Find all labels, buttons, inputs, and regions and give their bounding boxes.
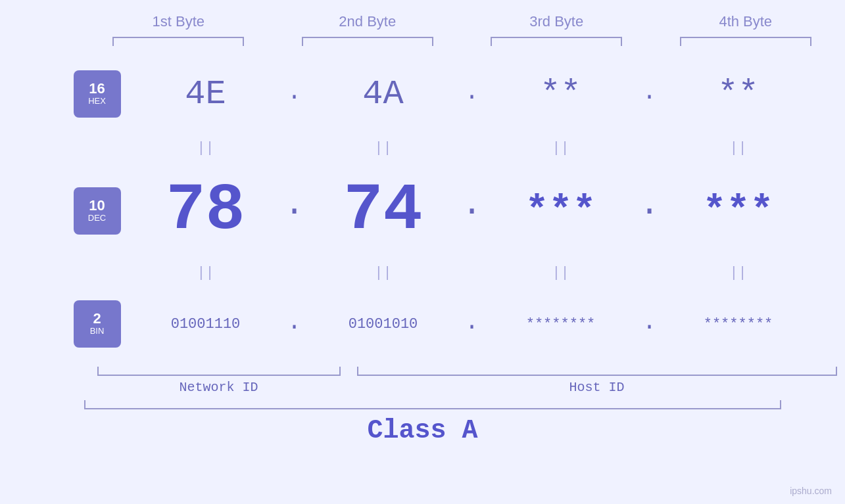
host-id-section: Host ID bbox=[350, 367, 844, 395]
bracket-top-2 bbox=[302, 37, 433, 46]
bracket-bottom-host bbox=[357, 367, 837, 376]
hex-values: 4E . 4A . ** . ** bbox=[133, 75, 811, 114]
bin-values: 01001110 . 01001010 . ******** . *******… bbox=[133, 309, 811, 339]
bracket-bottom-network bbox=[97, 367, 341, 376]
host-id-label: Host ID bbox=[569, 380, 624, 395]
dec-badge: 10 DEC bbox=[74, 187, 121, 235]
byte-headers: 1st Byte 2nd Byte 3rd Byte 4th Byte bbox=[84, 13, 840, 30]
sep1-byte2: || bbox=[311, 140, 456, 156]
sep2-byte3: || bbox=[489, 265, 633, 281]
class-label: Class A bbox=[367, 416, 477, 446]
top-brackets bbox=[84, 37, 840, 46]
dec-dot1: . bbox=[278, 185, 311, 236]
byte2-header: 2nd Byte bbox=[295, 13, 440, 30]
hex-badge: 16 HEX bbox=[74, 70, 121, 118]
bin-dot3: . bbox=[633, 309, 666, 339]
hex-byte1: 4E bbox=[133, 75, 278, 114]
main-container: 1st Byte 2nd Byte 3rd Byte 4th Byte 16 H… bbox=[0, 0, 845, 504]
byte3-header: 3rd Byte bbox=[484, 13, 629, 30]
dec-dot2: . bbox=[456, 185, 489, 236]
bottom-brackets-row: Network ID Host ID bbox=[87, 367, 844, 395]
bin-byte1: 01001110 bbox=[133, 316, 278, 332]
network-id-label: Network ID bbox=[179, 380, 258, 395]
class-bracket bbox=[84, 400, 781, 409]
sep1-byte1: || bbox=[133, 140, 278, 156]
byte4-header: 4th Byte bbox=[673, 13, 818, 30]
sep1-byte3: || bbox=[489, 140, 633, 156]
bin-dot1: . bbox=[278, 309, 311, 339]
hex-byte2: 4A bbox=[311, 75, 456, 114]
hex-byte3: ** bbox=[489, 75, 633, 114]
network-id-section: Network ID bbox=[87, 367, 350, 395]
bin-dot2: . bbox=[456, 309, 489, 339]
bin-byte3: ******** bbox=[489, 316, 633, 332]
sep2-byte1: || bbox=[133, 265, 278, 281]
sep2-byte4: || bbox=[666, 265, 811, 281]
hex-dot1: . bbox=[278, 79, 311, 109]
dec-byte3: *** bbox=[489, 189, 633, 233]
bracket-top-4 bbox=[680, 37, 811, 46]
bracket-top-3 bbox=[491, 37, 622, 46]
hex-dot2: . bbox=[456, 79, 489, 109]
dec-dot3: . bbox=[633, 185, 666, 236]
dec-byte2: 74 bbox=[311, 173, 456, 248]
bracket-top-1 bbox=[112, 37, 244, 46]
byte1-header: 1st Byte bbox=[106, 13, 251, 30]
bin-badge: 2 BIN bbox=[74, 300, 121, 348]
dec-values: 78 . 74 . *** . *** bbox=[133, 173, 811, 248]
hex-dot3: . bbox=[633, 79, 666, 109]
hex-byte4: ** bbox=[666, 75, 811, 114]
watermark: ipshu.com bbox=[790, 486, 832, 496]
hex-row: 16 HEX 4E . 4A . ** . ** bbox=[48, 51, 811, 137]
bin-byte4: ******** bbox=[666, 316, 811, 332]
bin-row: 2 BIN 01001110 . 01001010 . ******** . bbox=[48, 285, 811, 363]
bin-byte2: 01001010 bbox=[311, 316, 456, 332]
sep-row-1: || || || || bbox=[48, 137, 811, 160]
sep-row-2: || || || || bbox=[48, 262, 811, 285]
class-section: Class A bbox=[0, 400, 845, 446]
sep1-byte4: || bbox=[666, 140, 811, 156]
dec-row: 10 DEC 78 . 74 . *** . *** bbox=[48, 160, 811, 262]
sep2-byte2: || bbox=[311, 265, 456, 281]
dec-byte1: 78 bbox=[133, 173, 278, 248]
dec-byte4: *** bbox=[666, 189, 811, 233]
